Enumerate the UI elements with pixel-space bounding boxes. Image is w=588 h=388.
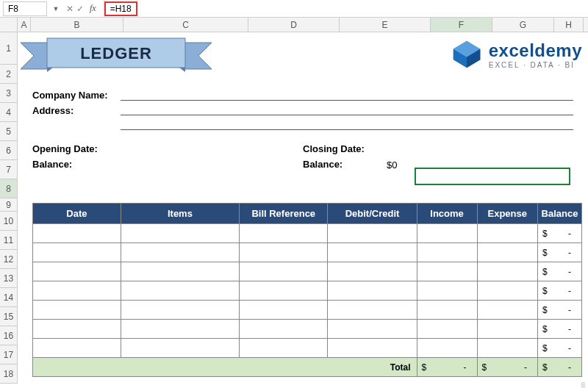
cell[interactable] [417, 262, 477, 281]
select-all-corner[interactable] [0, 18, 18, 32]
cell[interactable] [328, 224, 417, 243]
cell[interactable] [240, 301, 328, 320]
total-cell[interactable]: $- [477, 358, 538, 377]
row-header-3[interactable]: 3 [0, 84, 17, 103]
name-box[interactable]: F8 [3, 1, 47, 16]
cell[interactable]: $- [538, 339, 582, 358]
row-header-9[interactable]: 9 [0, 198, 17, 212]
cell[interactable] [417, 301, 477, 320]
table-row[interactable]: $- [33, 301, 582, 320]
cell[interactable] [417, 243, 477, 262]
address-field-2[interactable] [121, 120, 573, 130]
cell[interactable] [33, 243, 121, 262]
cell[interactable]: $- [538, 281, 582, 301]
cell[interactable] [121, 262, 239, 281]
row-headers: 1 2 3 4 5 6 7 8 9 10 11 12 13 14 15 16 1… [0, 32, 18, 384]
cell[interactable] [328, 281, 417, 301]
col-header-A[interactable]: A [18, 18, 31, 32]
cell[interactable] [33, 224, 121, 243]
fx-icon[interactable]: fx [87, 3, 99, 14]
cell[interactable] [121, 320, 239, 339]
row-header-5[interactable]: 5 [0, 122, 17, 141]
row-header-2[interactable]: 2 [0, 65, 17, 84]
col-header-B[interactable]: B [31, 18, 123, 32]
cell[interactable] [328, 243, 417, 262]
table-row[interactable]: $- [33, 320, 582, 339]
cell[interactable] [328, 262, 417, 281]
cell[interactable]: $- [538, 301, 582, 320]
cell[interactable] [417, 224, 477, 243]
cell[interactable] [240, 339, 328, 358]
formula-input-tail[interactable] [137, 1, 588, 16]
cell[interactable]: $- [538, 262, 582, 281]
cell[interactable] [417, 320, 477, 339]
cell[interactable] [328, 301, 417, 320]
table-row[interactable]: $- [33, 243, 582, 262]
cell[interactable] [33, 301, 121, 320]
cell[interactable] [477, 224, 538, 243]
row-header-10[interactable]: 10 [0, 212, 17, 231]
col-header-C[interactable]: C [123, 18, 248, 32]
cell[interactable] [477, 262, 538, 281]
address-label: Address: [32, 105, 121, 130]
row-header-17[interactable]: 17 [0, 345, 17, 364]
closing-balance-value[interactable]: $0 [384, 159, 494, 173]
cancel-icon[interactable]: ✕ [66, 4, 74, 14]
cell[interactable] [417, 339, 477, 358]
cell[interactable] [477, 339, 538, 358]
address-field-1[interactable] [121, 105, 573, 115]
col-header-D[interactable]: D [248, 18, 340, 32]
cell[interactable] [33, 320, 121, 339]
cell[interactable] [240, 224, 328, 243]
company-name-field[interactable] [121, 90, 573, 101]
cell[interactable] [121, 224, 239, 243]
formula-input[interactable]: =H18 [104, 1, 137, 16]
col-header-G[interactable]: G [492, 18, 554, 32]
row-header-13[interactable]: 13 [0, 269, 17, 288]
cell[interactable] [328, 320, 417, 339]
row-header-14[interactable]: 14 [0, 288, 17, 307]
cell[interactable] [240, 243, 328, 262]
cell[interactable] [33, 262, 121, 281]
name-box-dropdown-icon[interactable]: ▼ [50, 5, 62, 12]
cell[interactable]: $- [538, 320, 582, 339]
cell[interactable] [328, 339, 417, 358]
cell[interactable] [121, 281, 239, 301]
col-header-H[interactable]: H [554, 18, 584, 32]
cell[interactable] [417, 281, 477, 301]
cell[interactable]: $- [538, 224, 582, 243]
cell[interactable] [477, 301, 538, 320]
cell[interactable]: $- [538, 243, 582, 262]
cell[interactable] [240, 320, 328, 339]
row-header-18[interactable]: 18 [0, 364, 17, 384]
table-row[interactable]: $- [33, 339, 582, 358]
table-row[interactable]: $- [33, 262, 582, 281]
sheet-area[interactable]: LEDGER exceldemy EXCEL · DATA · BI Compa… [18, 32, 588, 384]
table-row[interactable]: $- [33, 224, 582, 243]
col-header-E[interactable]: E [340, 18, 431, 32]
row-header-16[interactable]: 16 [0, 326, 17, 345]
cell[interactable] [240, 281, 328, 301]
row-header-7[interactable]: 7 [0, 160, 17, 179]
cell[interactable] [121, 339, 239, 358]
table-row[interactable]: $- [33, 281, 582, 301]
col-header-F[interactable]: F [431, 18, 492, 32]
cell[interactable] [33, 339, 121, 358]
confirm-icon[interactable]: ✓ [76, 4, 84, 14]
cell[interactable] [477, 281, 538, 301]
cell[interactable] [121, 243, 239, 262]
row-header-6[interactable]: 6 [0, 141, 17, 160]
total-cell[interactable]: $- [417, 358, 477, 377]
row-header-12[interactable]: 12 [0, 250, 17, 269]
row-header-11[interactable]: 11 [0, 231, 17, 250]
cell[interactable] [240, 262, 328, 281]
total-cell[interactable]: $- [538, 358, 582, 377]
cell[interactable] [33, 281, 121, 301]
row-header-4[interactable]: 4 [0, 103, 17, 122]
row-header-1[interactable]: 1 [0, 32, 17, 65]
cell[interactable] [121, 301, 239, 320]
cell[interactable] [477, 320, 538, 339]
cell[interactable] [477, 243, 538, 262]
row-header-15[interactable]: 15 [0, 307, 17, 326]
row-header-8[interactable]: 8 [0, 179, 17, 198]
